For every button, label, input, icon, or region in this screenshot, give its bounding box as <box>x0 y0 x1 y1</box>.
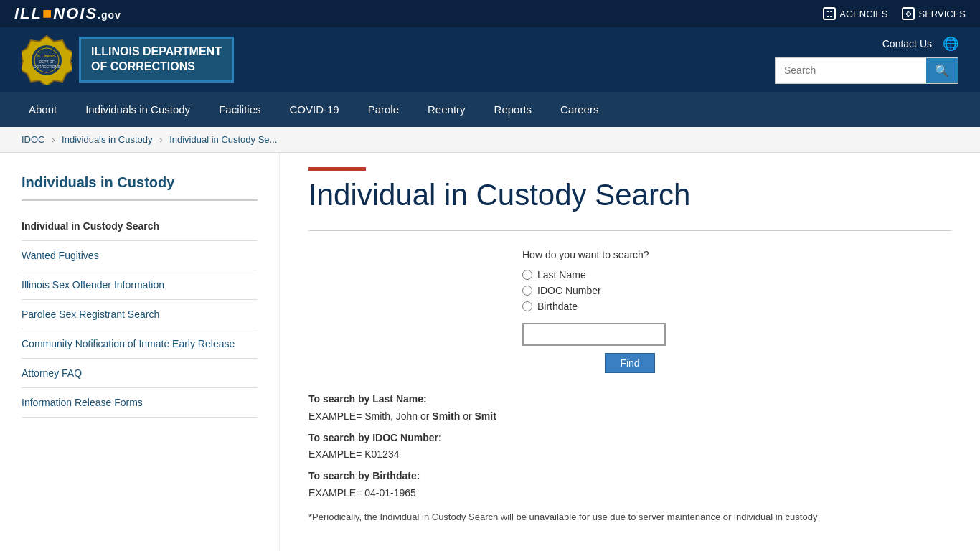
breadcrumb-sep2: › <box>159 134 165 145</box>
nav-parole[interactable]: Parole <box>354 92 413 127</box>
search-radio-group: Last Name IDOC Number Birthdate <box>522 269 738 312</box>
radio-birthdate: Birthdate <box>522 301 738 312</box>
radio-idoc-number: IDOC Number <box>522 285 738 296</box>
search-input-row <box>522 323 738 346</box>
site-search-button[interactable]: 🔍 <box>926 58 958 83</box>
svg-text:CORRECTIONS: CORRECTIONS <box>34 65 61 69</box>
radio-last-name: Last Name <box>522 269 738 281</box>
top-bar-links: ☷ AGENCIES ⚙ SERVICES <box>823 7 966 20</box>
contact-link[interactable]: Contact Us <box>882 38 932 50</box>
state-logo: ILL■NOIS.gov <box>14 4 121 23</box>
nav-covid19[interactable]: COVID-19 <box>275 92 353 127</box>
agencies-link[interactable]: ☷ AGENCIES <box>823 7 887 20</box>
header-top-links: Contact Us 🌐 <box>882 36 958 52</box>
header-right: Contact Us 🌐 🔍 <box>775 36 958 84</box>
breadcrumb: IDOC › Individuals in Custody › Individu… <box>0 127 980 153</box>
services-label: SERVICES <box>918 9 966 19</box>
header-logo: ILLINOIS DEPT OF CORRECTIONS ILLINOIS DE… <box>22 34 234 85</box>
dept-name: ILLINOIS DEPARTMENT OF CORRECTIONS <box>79 37 234 83</box>
custody-search-input[interactable] <box>522 323 666 346</box>
radio-idoc-label: IDOC Number <box>537 285 601 296</box>
red-accent-bar <box>308 167 366 171</box>
svg-text:DEPT OF: DEPT OF <box>39 60 55 64</box>
logo-gov: .gov <box>98 9 121 21</box>
sidebar-item-active: Individual in Custody Search <box>22 212 258 241</box>
radio-idoc-input[interactable] <box>522 286 532 296</box>
site-header: ILLINOIS DEPT OF CORRECTIONS ILLINOIS DE… <box>0 27 980 92</box>
idoc-instruction: To search by IDOC Number: EXAMPLE= K0123… <box>308 430 951 464</box>
sidebar-title: Individuals in Custody <box>22 174 258 201</box>
sidebar-item-attorney-faq[interactable]: Attorney FAQ <box>22 359 258 388</box>
agencies-icon: ☷ <box>823 7 836 20</box>
sidebar-item-info-release[interactable]: Information Release Forms <box>22 388 258 418</box>
maintenance-note: *Periodically, the Individual in Custody… <box>308 509 951 525</box>
services-link[interactable]: ⚙ SERVICES <box>902 7 966 20</box>
search-how-label: How do you want to search? <box>522 249 738 260</box>
birthdate-instruction: To search by Birthdate: EXAMPLE= 04-01-1… <box>308 468 951 502</box>
breadcrumb-individuals[interactable]: Individuals in Custody <box>62 134 152 145</box>
search-form-container: How do you want to search? Last Name IDO… <box>308 249 951 373</box>
nav-about[interactable]: About <box>14 92 71 127</box>
badge-icon: ILLINOIS DEPT OF CORRECTIONS <box>22 34 72 85</box>
globe-icon: 🌐 <box>943 36 958 52</box>
services-icon: ⚙ <box>902 7 915 20</box>
page-title: Individual in Custody Search <box>308 178 951 212</box>
sidebar-item-community-notification[interactable]: Community Notification of Inmate Early R… <box>22 329 258 359</box>
radio-birthdate-input[interactable] <box>522 301 532 311</box>
dept-line2: OF CORRECTIONS <box>91 60 222 75</box>
contact-label: Contact Us <box>882 38 932 50</box>
content-area: Individuals in Custody Individual in Cus… <box>0 153 980 551</box>
site-search-bar: 🔍 <box>775 57 958 84</box>
sidebar-item-parolee-sex[interactable]: Parolee Sex Registrant Search <box>22 300 258 329</box>
nav-careers[interactable]: Careers <box>546 92 613 127</box>
search-form: How do you want to search? Last Name IDO… <box>522 249 738 373</box>
dept-line1: ILLINOIS DEPARTMENT <box>91 44 222 60</box>
search-instructions: To search by Last Name: EXAMPLE= Smith, … <box>308 391 951 525</box>
breadcrumb-current[interactable]: Individual in Custody Se... <box>169 134 277 145</box>
main-nav: About Individuals in Custody Facilities … <box>0 92 980 127</box>
sidebar-item-wanted-fugitives[interactable]: Wanted Fugitives <box>22 241 258 270</box>
sidebar: Individuals in Custody Individual in Cus… <box>0 153 280 551</box>
breadcrumb-sep1: › <box>52 134 57 145</box>
breadcrumb-idoc[interactable]: IDOC <box>22 134 45 145</box>
logo-ill: ILL■NOIS <box>14 4 98 22</box>
find-button[interactable]: Find <box>605 353 654 373</box>
nav-reentry[interactable]: Reentry <box>413 92 480 127</box>
main-section: Individual in Custody Search How do you … <box>280 153 980 551</box>
last-name-instruction: To search by Last Name: EXAMPLE= Smith, … <box>308 391 951 425</box>
sidebar-item-sex-offender[interactable]: Illinois Sex Offender Information <box>22 270 258 300</box>
nav-facilities[interactable]: Facilities <box>204 92 275 127</box>
title-divider <box>308 230 951 231</box>
top-bar: ILL■NOIS.gov ☷ AGENCIES ⚙ SERVICES <box>0 0 980 27</box>
radio-birthdate-label: Birthdate <box>537 301 578 312</box>
nav-reports[interactable]: Reports <box>480 92 547 127</box>
nav-individuals-in-custody[interactable]: Individuals in Custody <box>71 92 204 127</box>
agencies-label: AGENCIES <box>839 9 887 19</box>
radio-last-name-input[interactable] <box>522 270 532 280</box>
site-search-input[interactable] <box>776 59 926 82</box>
radio-last-name-label: Last Name <box>537 269 586 281</box>
svg-text:ILLINOIS: ILLINOIS <box>37 54 55 58</box>
